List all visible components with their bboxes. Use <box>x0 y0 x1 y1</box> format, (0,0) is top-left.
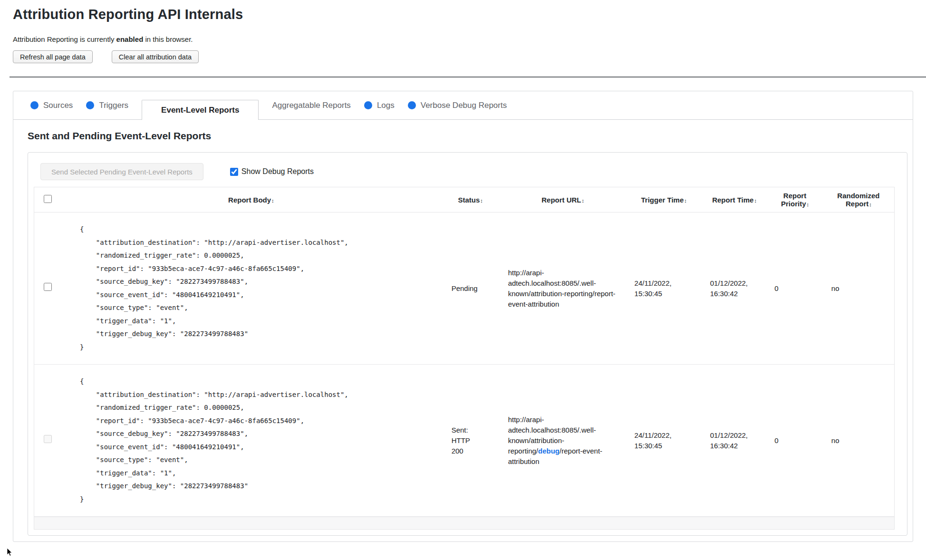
report-url-text: http://arapi-adtech.localhost:8085/.well… <box>508 415 602 465</box>
sort-icon: ↕ <box>271 198 274 203</box>
event-level-reports-panel: Sent and Pending Event-Level Reports Sen… <box>13 120 913 541</box>
status-cell: Sent: HTTP 200 <box>441 365 500 517</box>
tab-box: Sources Triggers Event-Level Reports Agg… <box>13 91 913 542</box>
randomized-report-cell: no <box>823 212 894 365</box>
reports-table: Report Body↕ Status↕ Report URL↕ Trigger… <box>34 187 894 517</box>
header-divider <box>10 77 926 77</box>
report-row-sent: { "attribution_destination": "http://ara… <box>34 365 894 517</box>
sort-icon: ↕ <box>807 202 809 207</box>
tab-event-level-reports[interactable]: Event-Level Reports <box>142 100 259 120</box>
page-title: Attribution Reporting API Internals <box>13 7 926 22</box>
report-body-json: { "attribution_destination": "http://ara… <box>69 223 436 354</box>
send-selected-reports-button[interactable]: Send Selected Pending Event-Level Report… <box>40 163 203 180</box>
url-prefix: http://arapi-adtech.localhost:8085/.well… <box>508 269 596 298</box>
status-cell: Pending <box>441 212 500 365</box>
col-header-report-url[interactable]: Report URL↕ <box>500 187 626 212</box>
row-select-cell <box>34 365 61 517</box>
status-prefix: Attribution Reporting is currently <box>13 35 116 43</box>
col-header-report-body[interactable]: Report Body↕ <box>61 187 441 212</box>
col-label: Randomized Report <box>837 192 879 208</box>
report-time-cell: 01/12/2022, 16:30:42 <box>702 365 767 517</box>
col-header-randomized-report[interactable]: Randomized Report↕ <box>823 187 894 212</box>
tab-label: Logs <box>377 101 395 110</box>
col-header-status[interactable]: Status↕ <box>441 187 500 212</box>
col-header-report-priority[interactable]: Report Priority↕ <box>767 187 823 212</box>
reports-table-container: Report Body↕ Status↕ Report URL↕ Trigger… <box>34 187 895 530</box>
api-status-text: Attribution Reporting is currently enabl… <box>13 35 926 43</box>
col-label: Report Time <box>712 196 753 204</box>
select-all-header <box>34 187 61 212</box>
sort-icon: ↕ <box>582 198 584 203</box>
mouse-cursor <box>7 548 12 559</box>
tab-triggers[interactable]: Triggers <box>86 101 128 110</box>
clear-all-button[interactable]: Clear all attribution data <box>112 50 199 63</box>
header-buttons: Refresh all page data Clear all attribut… <box>13 50 926 63</box>
tab-label: Aggregatable Reports <box>272 101 350 110</box>
tab-label: Event-Level Reports <box>161 106 239 115</box>
sort-icon: ↕ <box>754 198 756 203</box>
report-priority-cell: 0 <box>767 365 823 517</box>
row-select-cell <box>34 212 61 365</box>
row-select-checkbox <box>44 435 52 443</box>
report-body-json: { "attribution_destination": "http://ara… <box>69 375 436 506</box>
report-url-cell: http://arapi-adtech.localhost:8085/.well… <box>500 212 626 365</box>
report-priority-cell: 0 <box>767 212 823 365</box>
logs-data-dot-icon <box>364 101 372 109</box>
randomized-report-cell: no <box>823 365 894 517</box>
sort-icon: ↕ <box>869 202 871 207</box>
report-url-text: http://arapi-adtech.localhost:8085/.well… <box>508 269 616 308</box>
tab-label: Verbose Debug Reports <box>421 101 507 110</box>
table-footer-strip <box>34 517 894 529</box>
report-body-cell: { "attribution_destination": "http://ara… <box>61 212 441 365</box>
section-heading: Sent and Pending Event-Level Reports <box>28 130 907 142</box>
page-header: Attribution Reporting API Internals Attr… <box>0 0 926 63</box>
report-row-pending: { "attribution_destination": "http://ara… <box>34 212 894 365</box>
reports-card: Send Selected Pending Event-Level Report… <box>28 152 907 536</box>
col-header-report-time[interactable]: Report Time↕ <box>702 187 767 212</box>
report-url-cell: http://arapi-adtech.localhost:8085/.well… <box>500 365 626 517</box>
show-debug-reports-label: Show Debug Reports <box>241 167 314 176</box>
report-time-cell: 01/12/2022, 16:30:42 <box>702 212 767 365</box>
select-all-checkbox[interactable] <box>44 195 52 203</box>
show-debug-reports-control[interactable]: Show Debug Reports <box>230 167 314 176</box>
row-select-checkbox[interactable] <box>44 283 52 291</box>
col-label: Report URL <box>541 196 581 204</box>
verbose-data-dot-icon <box>408 101 416 109</box>
col-header-trigger-time[interactable]: Trigger Time↕ <box>626 187 702 212</box>
triggers-data-dot-icon <box>86 101 94 109</box>
trigger-time-cell: 24/11/2022, 15:30:45 <box>626 365 702 517</box>
col-label: Report Priority <box>781 192 806 208</box>
col-label: Status <box>458 196 480 204</box>
sort-icon: ↕ <box>480 198 482 203</box>
tab-label: Sources <box>43 101 73 110</box>
reports-toolbar: Send Selected Pending Event-Level Report… <box>40 163 895 180</box>
url-debug-segment: debug <box>538 447 559 455</box>
tab-label: Triggers <box>99 101 128 110</box>
status-enabled: enabled <box>116 35 144 43</box>
col-label: Report Body <box>228 196 271 204</box>
tab-logs[interactable]: Logs <box>364 101 395 110</box>
trigger-time-cell: 24/11/2022, 15:30:45 <box>626 212 702 365</box>
sources-data-dot-icon <box>30 101 39 109</box>
tab-verbose-debug-reports[interactable]: Verbose Debug Reports <box>408 101 507 110</box>
tab-sources[interactable]: Sources <box>30 101 73 110</box>
tab-strip: Sources Triggers Event-Level Reports Agg… <box>13 91 913 120</box>
sort-icon: ↕ <box>684 198 686 203</box>
table-header-row: Report Body↕ Status↕ Report URL↕ Trigger… <box>34 187 894 212</box>
show-debug-reports-checkbox[interactable] <box>230 168 238 176</box>
refresh-all-button[interactable]: Refresh all page data <box>13 50 93 63</box>
tab-aggregatable-reports[interactable]: Aggregatable Reports <box>272 101 350 110</box>
status-suffix: in this browser. <box>143 35 193 43</box>
col-label: Trigger Time <box>641 196 684 204</box>
report-body-cell: { "attribution_destination": "http://ara… <box>61 365 441 517</box>
